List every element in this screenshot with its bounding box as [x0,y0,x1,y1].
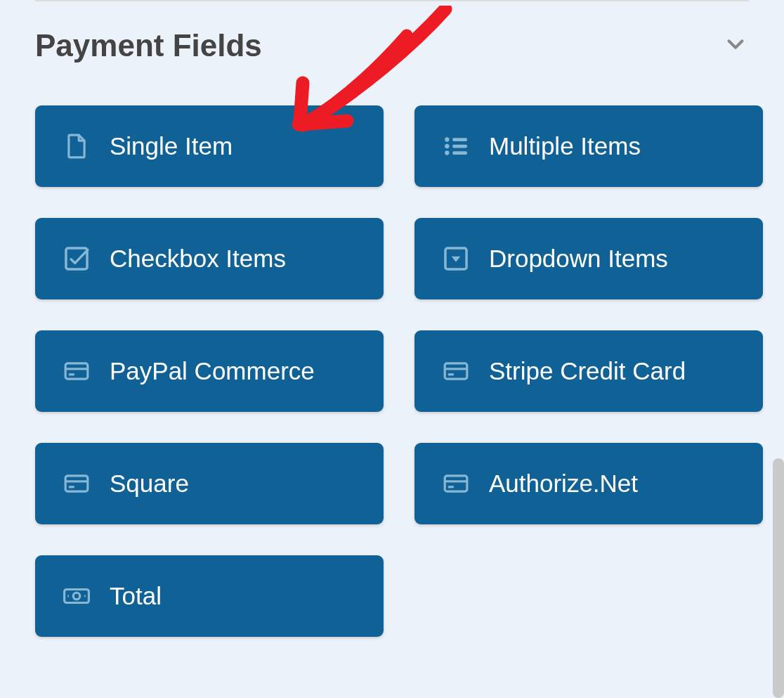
field-label: Authorize.Net [489,470,638,498]
svg-point-22 [73,593,80,600]
field-checkbox-items[interactable]: Checkbox Items [35,218,384,299]
scrollbar[interactable] [773,458,784,698]
field-total[interactable]: Total [35,555,384,637]
section-header[interactable]: Payment Fields [0,4,784,77]
svg-point-4 [445,150,449,155]
field-label: Dropdown Items [489,245,668,273]
field-dropdown-items[interactable]: Dropdown Items [414,218,763,299]
svg-rect-6 [66,248,87,269]
field-label: Square [110,470,189,498]
card-icon [443,470,469,497]
field-label: Stripe Credit Card [489,357,686,385]
field-label: Total [110,582,162,610]
svg-point-0 [445,137,449,141]
field-stripe-credit-card[interactable]: Stripe Credit Card [414,330,763,412]
svg-rect-1 [452,138,467,141]
card-icon [63,358,90,384]
money-icon [63,583,90,609]
svg-rect-5 [452,151,467,155]
field-label: PayPal Commerce [110,357,315,385]
card-icon [63,470,90,497]
svg-point-2 [445,144,449,148]
field-label: Checkbox Items [110,245,286,273]
fields-grid: Single Item Multiple Items Checkbox Item… [0,77,784,658]
field-authorize-net[interactable]: Authorize.Net [414,443,763,524]
file-icon [63,133,90,160]
chevron-down-icon [722,31,749,60]
svg-rect-18 [445,476,467,491]
field-label: Multiple Items [489,132,641,160]
section-title: Payment Fields [35,28,262,63]
field-paypal-commerce[interactable]: PayPal Commerce [35,330,384,412]
field-square[interactable]: Square [35,443,384,524]
list-icon [443,133,469,160]
svg-marker-8 [452,257,461,262]
svg-rect-9 [65,363,88,379]
svg-rect-3 [452,145,467,148]
field-label: Single Item [110,132,233,160]
checkbox-icon [63,245,90,272]
field-single-item[interactable]: Single Item [35,105,384,187]
card-icon [443,358,469,384]
dropdown-icon [443,245,469,272]
svg-rect-12 [445,363,467,379]
field-multiple-items[interactable]: Multiple Items [414,105,763,187]
svg-rect-15 [65,476,88,491]
